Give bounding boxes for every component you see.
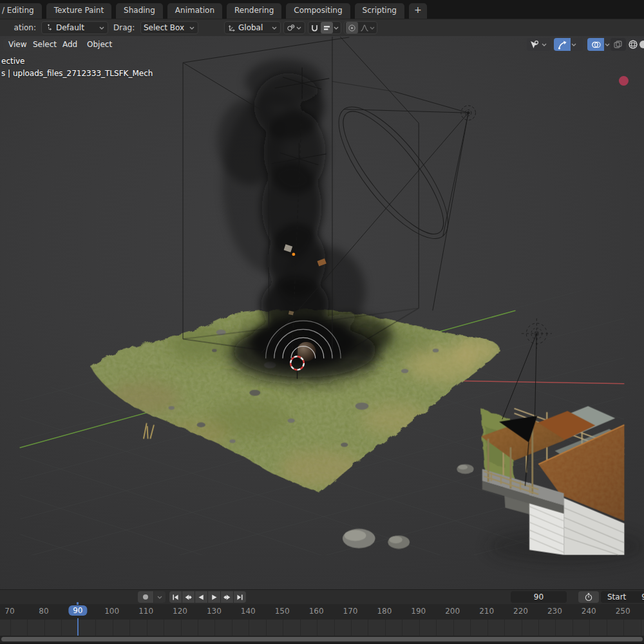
jump-to-end-icon — [236, 593, 244, 601]
overlays-icon — [587, 38, 604, 51]
stopwatch-icon — [584, 592, 593, 601]
drag-mode-value: Select Box — [144, 23, 189, 32]
magnet-icon — [310, 23, 319, 33]
next-keyframe-button[interactable] — [221, 591, 233, 603]
ruler-tick-label[interactable]: 80 — [39, 607, 48, 616]
play-button[interactable] — [208, 591, 220, 603]
track-gridline — [368, 620, 368, 636]
shading-wireframe-icon — [628, 38, 638, 51]
ruler-tick-label[interactable]: 240 — [582, 607, 596, 616]
snap-with-button[interactable] — [321, 22, 333, 33]
track-gridline — [44, 620, 45, 636]
falloff-curve-icon — [360, 24, 369, 32]
workspace-tab-scripting[interactable]: Scripting — [355, 3, 404, 19]
track-gridline — [147, 620, 147, 636]
force-field-cone[interactable] — [321, 91, 475, 254]
workspace-tab-rendering[interactable]: Rendering — [227, 3, 281, 19]
auto-key-group[interactable] — [138, 591, 166, 603]
add-workspace-button[interactable]: + — [409, 3, 427, 19]
ruler-tick-label[interactable]: 180 — [377, 607, 392, 616]
workspace-tab-shading[interactable]: Shading — [116, 3, 163, 19]
ruler-tick-label[interactable]: 200 — [445, 607, 460, 616]
ruler-tick-label[interactable]: 160 — [309, 607, 324, 616]
track-gridline — [27, 620, 28, 636]
track-gridline — [249, 620, 249, 636]
topbar: / Editing Texture Paint Shading Animatio… — [0, 0, 644, 19]
timeline-track[interactable] — [0, 620, 644, 636]
playhead-stem — [77, 602, 79, 605]
start-frame-label: Start — [607, 592, 626, 601]
track-gridline — [522, 620, 522, 636]
snap-target-button[interactable] — [283, 21, 305, 34]
sphere-empty[interactable] — [502, 318, 552, 419]
preview-range-button[interactable] — [578, 591, 599, 603]
stopwatch-button[interactable] — [578, 591, 599, 603]
proportional-editing-button[interactable] — [346, 22, 358, 33]
ruler-tick-label[interactable]: 220 — [513, 607, 528, 616]
track-gridline — [232, 620, 232, 636]
xray-toggle[interactable] — [611, 38, 626, 51]
start-frame-field[interactable]: Start 90 — [601, 591, 644, 603]
chevron-down-icon — [541, 41, 547, 48]
magnet-button[interactable] — [310, 22, 319, 33]
plant[interactable] — [144, 423, 154, 439]
tool-cursor-icon — [44, 24, 53, 32]
ruler-current-frame[interactable]: 90 — [68, 605, 87, 616]
play-icon — [210, 593, 218, 601]
jump-to-end-button[interactable] — [234, 591, 246, 603]
ruler-tick-label[interactable]: 230 — [547, 607, 562, 616]
ruler-tick-label[interactable]: 170 — [343, 607, 358, 616]
ruler-tick-label[interactable]: 150 — [275, 607, 290, 616]
ruler-tick-label[interactable]: 130 — [207, 607, 222, 616]
drag-label: Drag: — [113, 23, 135, 32]
falloff-dropdown[interactable] — [360, 22, 375, 33]
auto-key-options-button[interactable] — [154, 591, 166, 603]
ruler-tick-label[interactable]: 250 — [616, 607, 630, 616]
drag-mode-dropdown[interactable]: Select Box — [140, 21, 198, 34]
orientation-gizmo-icon — [227, 24, 236, 32]
shading-mode-group[interactable] — [628, 38, 644, 51]
ruler-tick-label[interactable]: 110 — [138, 607, 153, 616]
track-gridline — [538, 620, 539, 636]
chevron-down-icon — [333, 24, 339, 31]
ruler-tick-label[interactable]: 140 — [241, 607, 256, 616]
track-gridline — [573, 620, 573, 636]
timeline-ruler[interactable]: 7080901001101201301401501601701801902002… — [0, 604, 644, 620]
chevron-down-icon — [189, 24, 195, 31]
workspace-tab-texture-paint[interactable]: Texture Paint — [46, 3, 111, 19]
auto-key-record-button[interactable] — [138, 591, 153, 603]
gizmos-toggle[interactable] — [554, 38, 583, 51]
workspace-tab-compositing[interactable]: Compositing — [286, 3, 350, 19]
ruler-tick-label[interactable]: 70 — [5, 607, 14, 616]
ruler-tick-label[interactable]: 210 — [479, 607, 494, 616]
3d-viewport[interactable]: View Select Add Object — [0, 36, 644, 589]
ruler-tick-label[interactable]: 100 — [104, 607, 119, 616]
proportional-editing-group[interactable] — [344, 21, 377, 34]
timeline-scrollbar[interactable] — [1, 637, 643, 641]
viewport-menu-object[interactable]: Object — [82, 39, 117, 51]
track-gridline — [607, 620, 607, 636]
active-tool-dropdown[interactable]: Default — [41, 21, 108, 34]
play-reverse-button[interactable] — [195, 591, 207, 603]
ruler-tick-label[interactable]: 120 — [173, 607, 187, 616]
object-visibility-dropdown[interactable] — [527, 38, 551, 51]
track-gridline — [198, 620, 198, 636]
viewport-menu-add[interactable]: Add — [57, 39, 82, 51]
transform-orientation-dropdown[interactable]: Global — [224, 21, 281, 34]
snapping-group[interactable] — [308, 21, 341, 34]
next-keyframe-icon — [223, 593, 231, 601]
track-gridline — [623, 620, 624, 636]
workspace-tab-editing[interactable]: / Editing — [0, 3, 42, 19]
snap-target-icon — [287, 23, 296, 32]
ruler-tick-label[interactable]: 190 — [411, 607, 426, 616]
jump-to-start-button[interactable] — [169, 591, 182, 603]
building[interactable] — [480, 406, 644, 564]
workspace-tab-animation[interactable]: Animation — [167, 3, 222, 19]
track-gridline — [488, 620, 488, 636]
current-frame-field[interactable]: 90 — [511, 591, 567, 603]
viewport-overlay-perspective: ective — [1, 57, 25, 66]
playhead[interactable] — [77, 618, 79, 636]
previous-keyframe-icon — [184, 593, 193, 601]
previous-keyframe-button[interactable] — [182, 591, 194, 603]
light-origin-dot[interactable] — [619, 76, 629, 86]
